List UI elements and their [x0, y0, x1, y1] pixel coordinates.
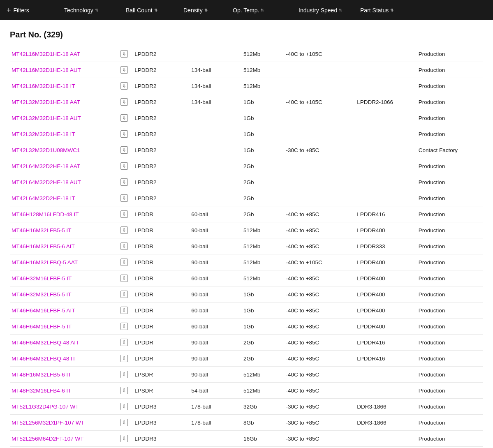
technology-cell: LPDDR [133, 222, 190, 238]
column-headers: Technology ⇅ Ball Count ⇅ Density ⇅ Op. … [64, 7, 486, 14]
toolbar: + Filters Technology ⇅ Ball Count ⇅ Dens… [0, 0, 493, 20]
ball-count-cell: 134-ball [190, 62, 242, 78]
part-number-link[interactable]: MT42L32M32D1U08MWC1 [12, 147, 80, 153]
density-cell: 512Mb [242, 222, 285, 238]
ball-count-cell: 90-ball [190, 367, 242, 383]
part-number-link[interactable]: MT46H64M16LFBF-5 AIT [12, 307, 75, 314]
part-number-link[interactable]: MT42L64M32D2HE-18 IT [12, 195, 75, 201]
part-number-link[interactable]: MT52L256M64D2FT-107 WT [12, 436, 84, 442]
table-row: MT46H32M16LFBF-5 IT⇩LPDDR60-ball512Mb-40… [10, 270, 483, 286]
part-number-link[interactable]: MT46H64M32LFBQ-48 IT [12, 356, 76, 362]
part-number-link[interactable]: MT46H32M16LFBF-5 IT [12, 275, 72, 282]
op-temp-cell: -40C to +105C [285, 254, 356, 270]
col-header-ball-count[interactable]: Ball Count ⇅ [126, 7, 183, 14]
op-temp-cell: -40C to +105C [285, 46, 356, 62]
col-header-op-temp[interactable]: Op. Temp. ⇅ [233, 7, 299, 14]
industry-speed-cell [355, 158, 417, 174]
ball-count-cell [190, 158, 242, 174]
technology-cell: LPDDR [133, 351, 190, 367]
part-number-link[interactable]: MT52L1G32D4PG-107 WT [12, 404, 79, 410]
download-icon[interactable]: ⇩ [120, 323, 128, 330]
part-number-link[interactable]: MT42L32M32D1HE-18 AAT [12, 99, 80, 105]
download-icon[interactable]: ⇩ [120, 419, 128, 426]
part-number-link[interactable]: MT46H16M32LFB5-6 AIT [12, 243, 75, 249]
download-icon[interactable]: ⇩ [120, 435, 128, 442]
part-number-link[interactable]: MT42L32M32D1HE-18 IT [12, 131, 75, 137]
part-status-cell: Production [417, 270, 483, 286]
table-row: MT46H16M32LFB5-5 IT⇩LPDDR90-ball512Mb-40… [10, 222, 483, 238]
part-status-cell: Production [417, 126, 483, 142]
op-temp-cell: -30C to +85C [285, 415, 356, 431]
density-cell: 1Gb [242, 126, 285, 142]
industry-speed-cell [355, 174, 417, 190]
col-header-part-status[interactable]: Part Status ⇅ [360, 7, 414, 14]
part-number-link[interactable]: MT48H32M16LFB4-6 IT [12, 388, 72, 394]
table-row: MT42L32M32D1HE-18 IT⇩LPDDR21GbProduction [10, 126, 483, 142]
download-icon[interactable]: ⇩ [120, 226, 128, 234]
op-temp-cell: -30C to +85C [285, 431, 356, 447]
download-icon[interactable]: ⇩ [120, 339, 128, 346]
technology-cell: LPDDR2 [133, 190, 190, 206]
download-icon[interactable]: ⇩ [120, 275, 128, 282]
part-number-link[interactable]: MT46H16M32LFBQ-5 AAT [12, 259, 78, 266]
part-number-link[interactable]: MT46H64M16LFBF-5 IT [12, 323, 72, 330]
density-cell: 2Gb [242, 335, 285, 351]
download-icon[interactable]: ⇩ [120, 50, 128, 58]
op-temp-cell: -40C to +85C [285, 319, 356, 335]
col-header-industry-speed[interactable]: Industry Speed ⇅ [299, 7, 360, 14]
download-icon[interactable]: ⇩ [120, 307, 128, 314]
table-row: MT52L1G32D4PG-107 WT⇩LPDDR3178-ball32Gb-… [10, 399, 483, 415]
part-number-link[interactable]: MT48H16M32LFB5-6 IT [12, 372, 72, 378]
download-icon[interactable]: ⇩ [120, 403, 128, 410]
part-number-link[interactable]: MT42L64M32D2HE-18 AUT [12, 179, 81, 185]
download-icon[interactable]: ⇩ [120, 162, 128, 170]
part-number-link[interactable]: MT46H128M16LFDD-48 IT [12, 211, 79, 217]
density-cell: 2Gb [242, 158, 285, 174]
part-number-link[interactable]: MT46H32M32LFB5-5 IT [12, 291, 72, 298]
part-number-link[interactable]: MT46H64M32LFBQ-48 AIT [12, 339, 79, 346]
part-number-link[interactable]: MT42L64M32D2HE-18 AAT [12, 163, 80, 169]
technology-cell: LPDDR3 [133, 415, 190, 431]
download-icon[interactable]: ⇩ [120, 387, 128, 394]
download-icon[interactable]: ⇩ [120, 242, 128, 250]
part-number-link[interactable]: MT42L32M32D1HE-18 AUT [12, 115, 81, 121]
technology-cell: LPDDR2 [133, 94, 190, 110]
industry-speed-cell [355, 46, 417, 62]
part-status-cell: Production [417, 222, 483, 238]
ball-count-cell: 54-ball [190, 383, 242, 399]
download-icon[interactable]: ⇩ [120, 66, 128, 74]
download-icon[interactable]: ⇩ [120, 82, 128, 90]
download-icon[interactable]: ⇩ [120, 178, 128, 186]
part-number-link[interactable]: MT42L16M32D1HE-18 AAT [12, 51, 80, 57]
download-icon[interactable]: ⇩ [120, 98, 128, 106]
industry-speed-cell: LPDDR416 [355, 351, 417, 367]
download-icon[interactable]: ⇩ [120, 291, 128, 298]
density-cell: 32Gb [242, 399, 285, 415]
ball-count-cell: 90-ball [190, 222, 242, 238]
download-icon[interactable]: ⇩ [120, 259, 128, 266]
part-number-link[interactable]: MT42L16M32D1HE-18 AUT [12, 67, 81, 73]
download-icon[interactable]: ⇩ [120, 194, 128, 202]
download-icon[interactable]: ⇩ [120, 146, 128, 154]
download-icon[interactable]: ⇩ [120, 355, 128, 362]
industry-speed-cell: LPDDR333 [355, 238, 417, 254]
industry-speed-cell: LPDDR400 [355, 254, 417, 270]
col-header-density[interactable]: Density ⇅ [183, 7, 233, 14]
filters-button[interactable]: + Filters [7, 7, 64, 14]
col-header-technology[interactable]: Technology ⇅ [64, 7, 126, 14]
sort-icon-op-temp: ⇅ [261, 8, 264, 12]
op-temp-cell: -30C to +85C [285, 142, 356, 158]
op-temp-cell: -40C to +105C [285, 94, 356, 110]
density-cell: 2Gb [242, 174, 285, 190]
part-status-cell: Production [417, 206, 483, 222]
part-number-link[interactable]: MT42L16M32D1HE-18 IT [12, 83, 75, 89]
download-icon[interactable]: ⇩ [120, 114, 128, 122]
download-icon[interactable]: ⇩ [120, 130, 128, 138]
part-number-link[interactable]: MT46H16M32LFB5-5 IT [12, 227, 72, 233]
industry-speed-cell: LPDDR416 [355, 206, 417, 222]
part-number-link[interactable]: MT52L256M32D1PF-107 WT [12, 420, 84, 426]
download-icon[interactable]: ⇩ [120, 371, 128, 378]
part-status-cell: Production [417, 431, 483, 447]
industry-speed-cell [355, 142, 417, 158]
download-icon[interactable]: ⇩ [120, 210, 128, 218]
